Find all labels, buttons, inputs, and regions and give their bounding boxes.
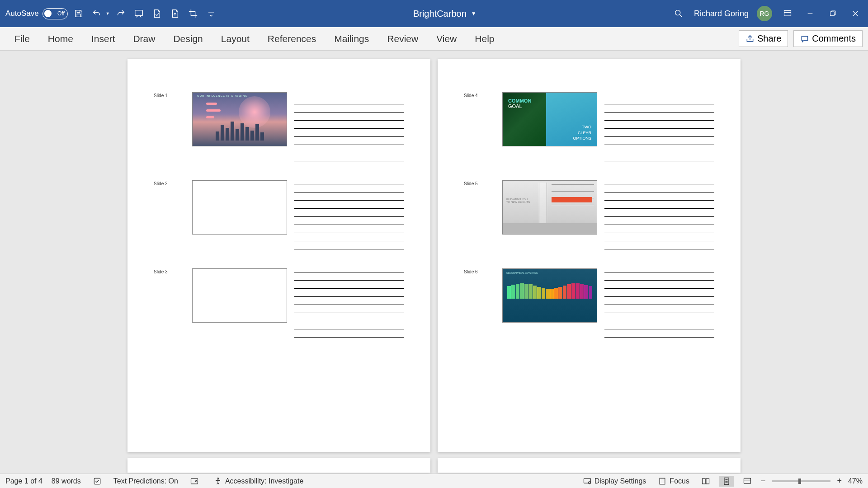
slide-row: Slide 4 COMMON GOAL TWO CLEAR OPTIONS <box>464 92 714 161</box>
notes-lines[interactable] <box>292 92 404 161</box>
slide-label: Slide 2 <box>154 180 188 249</box>
present-button[interactable] <box>132 6 146 21</box>
title-right: Richard Goring RG <box>671 6 863 21</box>
slide-row: Slide 3 <box>154 268 404 338</box>
autosave-toggle[interactable]: Off <box>42 8 68 19</box>
avatar[interactable]: RG <box>757 6 772 21</box>
tab-insert[interactable]: Insert <box>82 30 124 48</box>
svg-rect-12 <box>744 478 750 483</box>
slide-row: Slide 5 ELEVATING YOU TO NEW HEIGHTS <box>464 180 714 249</box>
page-1: Slide 1 OUR INFLUENCE IS GROWING Slide 2… <box>127 59 430 452</box>
slide-label: Slide 6 <box>464 268 498 338</box>
save-button[interactable] <box>71 6 86 21</box>
web-layout-button[interactable] <box>740 476 755 487</box>
autosave-state: Off <box>57 10 65 17</box>
export-alt-button[interactable] <box>168 6 182 21</box>
svg-rect-0 <box>135 10 142 16</box>
tab-design[interactable]: Design <box>164 30 212 48</box>
tab-review[interactable]: Review <box>378 30 427 48</box>
slide-4-thumbnail[interactable]: COMMON GOAL TWO CLEAR OPTIONS <box>502 92 597 146</box>
tab-help[interactable]: Help <box>466 30 503 48</box>
tab-file[interactable]: File <box>5 30 39 48</box>
svg-rect-3 <box>830 12 835 16</box>
user-name[interactable]: Richard Goring <box>694 9 749 19</box>
tab-layout[interactable]: Layout <box>212 30 259 48</box>
word-count[interactable]: 89 words <box>52 477 81 485</box>
tab-mailings[interactable]: Mailings <box>325 30 378 48</box>
slide-label: Slide 5 <box>464 180 498 249</box>
slide-5-thumbnail[interactable]: ELEVATING YOU TO NEW HEIGHTS <box>502 180 597 235</box>
display-settings-button[interactable]: Display Settings <box>580 476 649 487</box>
title-center: BrightCarbon ▼ <box>222 9 668 19</box>
page-info[interactable]: Page 1 of 4 <box>5 477 42 485</box>
accessibility-button[interactable]: Accessibility: Investigate <box>211 476 306 487</box>
notes-lines[interactable] <box>602 180 714 249</box>
statusbar: Page 1 of 4 89 words Text Predictions: O… <box>0 474 868 488</box>
search-button[interactable] <box>671 6 686 21</box>
page-2: Slide 4 COMMON GOAL TWO CLEAR OPTIONS Sl… <box>438 59 741 452</box>
maximize-button[interactable] <box>826 6 840 21</box>
page-4-top <box>438 458 741 473</box>
notes-lines[interactable] <box>292 268 404 338</box>
crop-button[interactable] <box>186 6 200 21</box>
share-button[interactable]: Share <box>739 30 788 47</box>
zoom-in-button[interactable]: + <box>837 476 842 486</box>
redo-button[interactable] <box>113 6 128 21</box>
svg-rect-10 <box>660 478 665 484</box>
document-title: BrightCarbon <box>413 9 467 19</box>
svg-point-6 <box>195 480 197 482</box>
comments-label: Comments <box>812 33 856 44</box>
print-layout-button[interactable] <box>719 476 734 487</box>
read-mode-button[interactable] <box>698 476 713 487</box>
page-3-top <box>127 458 430 473</box>
tab-home[interactable]: Home <box>39 30 82 48</box>
svg-rect-4 <box>94 478 100 484</box>
spelling-button[interactable] <box>90 476 104 487</box>
zoom-out-button[interactable]: − <box>761 476 766 486</box>
minimize-button[interactable] <box>803 6 817 21</box>
autosave-group: AutoSave Off <box>5 8 68 19</box>
slide-1-thumbnail[interactable]: OUR INFLUENCE IS GROWING <box>192 92 287 146</box>
document-area[interactable]: Slide 1 OUR INFLUENCE IS GROWING Slide 2… <box>0 51 868 474</box>
qat-customize-button[interactable] <box>204 6 218 21</box>
slide-row: Slide 2 <box>154 180 404 249</box>
notes-lines[interactable] <box>602 268 714 338</box>
titlebar: AutoSave Off ▼ BrightCarbon ▼ Richard Go… <box>0 0 868 27</box>
autosave-label: AutoSave <box>5 9 39 18</box>
slide-row: Slide 1 OUR INFLUENCE IS GROWING <box>154 92 404 161</box>
zoom-slider-thumb[interactable] <box>798 479 801 484</box>
ribbon: File Home Insert Draw Design Layout Refe… <box>0 27 868 51</box>
ribbon-display-button[interactable] <box>780 6 795 21</box>
slide-row: Slide 6 GEOGRAPHICAL COVERAGE <box>464 268 714 338</box>
toggle-knob <box>44 10 52 17</box>
tab-view[interactable]: View <box>427 30 466 48</box>
zoom-slider[interactable] <box>772 480 830 482</box>
undo-dropdown-icon[interactable]: ▼ <box>106 11 110 16</box>
svg-rect-2 <box>784 10 791 16</box>
svg-rect-8 <box>584 479 590 483</box>
focus-button[interactable]: Focus <box>655 476 692 487</box>
svg-point-7 <box>217 478 218 479</box>
undo-button[interactable] <box>90 6 104 21</box>
close-button[interactable] <box>848 6 863 21</box>
slide-label: Slide 4 <box>464 92 498 161</box>
notes-lines[interactable] <box>292 180 404 249</box>
svg-point-1 <box>675 10 680 15</box>
export-button[interactable] <box>150 6 164 21</box>
title-dropdown-icon[interactable]: ▼ <box>471 10 476 17</box>
slide-6-thumbnail[interactable]: GEOGRAPHICAL COVERAGE <box>502 268 597 323</box>
share-label: Share <box>757 33 781 44</box>
svg-point-9 <box>588 481 590 483</box>
slide-label: Slide 1 <box>154 92 188 161</box>
slide-2-thumbnail[interactable] <box>192 180 287 235</box>
tab-references[interactable]: References <box>259 30 325 48</box>
slide-3-thumbnail[interactable] <box>192 268 287 323</box>
comments-button[interactable]: Comments <box>793 30 863 47</box>
macro-button[interactable] <box>187 476 202 487</box>
text-predictions[interactable]: Text Predictions: On <box>113 477 178 485</box>
slide-label: Slide 3 <box>154 268 188 338</box>
zoom-level[interactable]: 47% <box>848 477 863 485</box>
tab-draw[interactable]: Draw <box>124 30 164 48</box>
notes-lines[interactable] <box>602 92 714 161</box>
